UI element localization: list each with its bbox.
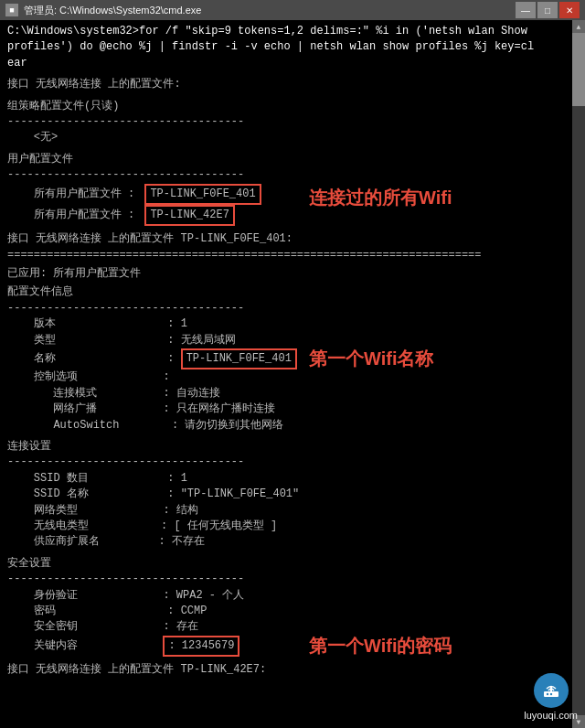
sec-key-exists: 安全密钥 : 存在 [7,619,578,635]
sec-cipher: 密码 : CCMP [7,604,578,619]
info-version: 版本 : 1 [7,316,578,332]
conn-radio-type: 无线电类型 : [ 任何无线电类型 ] [7,519,578,534]
maximize-button[interactable]: □ [537,2,558,18]
window-controls: — □ ✕ [516,2,580,18]
conn-ssid-name: SSID 名称 : "TP-LINK_F0FE_401" [7,487,578,502]
minimize-button[interactable]: — [516,2,536,18]
divider-6: ------------------------------------ [7,572,578,587]
wifi-password: : 12345679 [168,639,234,652]
annotation-all-wifi: 连接过的所有Wifi [309,186,452,210]
scroll-thumb[interactable] [572,33,585,106]
info-autoswitch: AutoSwitch : 请勿切换到其他网络 [7,418,578,434]
logo-icon [534,673,569,708]
info-connect-mode: 连接模式 : 自动连接 [7,386,578,401]
conn-network-type: 网络类型 : 结构 [7,503,578,519]
sec-key-prefix: 关键内容 [7,638,163,654]
wifi-entry-1-prefix: 所有用户配置文件 : [7,187,141,202]
conn-ssid-count: SSID 数目 : 1 [7,471,578,487]
annotation-wifi-name: 第一个Wifi名称 [309,347,433,371]
cmd-line-1: C:\Windows\system32>for /f "skip=9 token… [7,24,578,39]
annotation-password: 第一个Wifi的密码 [309,634,452,658]
section-group-policy: 组策略配置文件(只读) [7,99,578,114]
wifi-detail-name-box: TP-LINK_F0FE_401 [181,348,297,369]
divider-1: ------------------------------------ [7,114,578,130]
no-profile: <无> [7,130,578,145]
svg-point-2 [549,693,551,695]
profile-info-header: 配置文件信息 [7,284,578,300]
divider-2: ------------------------------------ [7,167,578,183]
divider-3: ========================================… [7,248,578,263]
logo-text: luyouqi.com [524,710,578,721]
scroll-up-arrow[interactable]: ▲ [572,20,585,33]
security-settings-header: 安全设置 [7,556,578,572]
info-broadcast: 网络广播 : 只在网络广播时连接 [7,401,578,417]
connection-settings-header: 连接设置 [7,439,578,455]
applied-profile: 已应用: 所有用户配置文件 [7,266,578,282]
router-svg [541,680,561,701]
section-profile-detail: 接口 无线网络连接 上的配置文件 TP-LINK_F0FE_401: [7,231,578,247]
info-control: 控制选项 : [7,369,578,385]
scrollbar[interactable]: ▲ ▼ [572,20,585,728]
window-title: 管理员: C:\Windows\System32\cmd.exe [24,4,516,17]
conn-vendor-ext: 供应商扩展名 : 不存在 [7,534,578,550]
app-icon: ■ [5,4,18,16]
wifi-name-2: TP-LINK_42E7 [150,209,229,221]
section-profile-2: 接口 无线网络连接 上的配置文件 TP-LINK_42E7: [7,662,578,678]
wifi-detail-name: TP-LINK_F0FE_401 [186,352,292,365]
title-bar: ■ 管理员: C:\Windows\System32\cmd.exe — □ ✕ [0,0,585,20]
section-interface-1: 接口 无线网络连接 上的配置文件: [7,77,578,92]
close-button[interactable]: ✕ [559,2,580,18]
svg-point-1 [546,693,548,695]
cmd-line-3: ear [7,56,578,71]
divider-5: ------------------------------------ [7,455,578,470]
site-logo: luyouqi.com [524,673,578,721]
divider-4: ------------------------------------ [7,301,578,316]
user-profiles-header: 用户配置文件 [7,152,578,167]
password-box: : 12345679 [163,636,239,657]
wifi-name-1: TP-LINK_F0FE_401 [150,187,255,200]
wifi-entry-2-prefix: 所有用户配置文件 : [7,208,141,223]
info-type: 类型 : 无线局域网 [7,333,578,348]
wifi-name-box-1: TP-LINK_F0FE_401 [144,184,261,205]
cmd-line-2: profiles') do @echo %j | findstr -i -v e… [7,39,578,55]
cmd-window: C:\Windows\system32>for /f "skip=9 token… [0,20,585,728]
svg-point-4 [550,691,552,693]
info-name-prefix: 名称 : [7,351,181,367]
wifi-name-box-2: TP-LINK_42E7 [144,205,234,226]
sec-auth: 身份验证 : WPA2 - 个人 [7,588,578,604]
